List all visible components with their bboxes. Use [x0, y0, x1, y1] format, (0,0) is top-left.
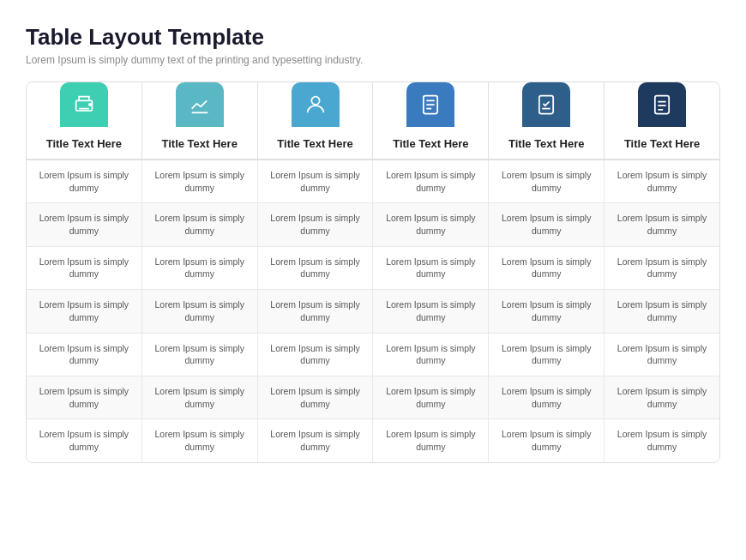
cell-r1-c0: Lorem Ipsum is simplydummy [27, 203, 141, 246]
icon-bubble-5 [522, 82, 570, 127]
cell-r2-c0: Lorem Ipsum is simplydummy [27, 246, 141, 289]
col-title-4: Title Text Here [373, 127, 489, 160]
icon-cell-5 [489, 82, 605, 127]
cell-r5-c2: Lorem Ipsum is simplydummy [257, 376, 373, 418]
cell-r6-c1: Lorem Ipsum is simplydummy [141, 419, 257, 462]
document-icon [418, 93, 442, 117]
cell-r0-c1: Lorem Ipsum is simplydummy [141, 160, 257, 203]
list-icon [650, 93, 674, 117]
icon-cell-4 [373, 82, 489, 127]
svg-point-1 [89, 104, 91, 105]
cell-r2-c1: Lorem Ipsum is simplydummy [141, 246, 257, 289]
cell-r1-c5: Lorem Ipsum is simplydummy [605, 203, 719, 246]
icon-row [27, 82, 719, 127]
cell-r1-c3: Lorem Ipsum is simplydummy [373, 203, 489, 246]
cell-r6-c5: Lorem Ipsum is simplydummy [605, 419, 719, 462]
cell-r5-c1: Lorem Ipsum is simplydummy [141, 376, 257, 418]
page-subtitle: Lorem Ipsum is simply dummy text of the … [26, 54, 720, 66]
table-row: Lorem Ipsum is simplydummyLorem Ipsum is… [27, 376, 719, 418]
cell-r4-c5: Lorem Ipsum is simplydummy [605, 333, 719, 376]
cell-r3-c1: Lorem Ipsum is simplydummy [141, 290, 257, 333]
icon-bubble-2 [176, 82, 224, 127]
table-row: Lorem Ipsum is simplydummyLorem Ipsum is… [27, 246, 719, 289]
svg-point-3 [311, 97, 319, 105]
cell-r0-c0: Lorem Ipsum is simplydummy [27, 160, 141, 203]
cell-r0-c5: Lorem Ipsum is simplydummy [605, 160, 719, 203]
col-title-2: Title Text Here [141, 127, 257, 160]
icon-cell-3 [257, 82, 373, 127]
cell-r6-c2: Lorem Ipsum is simplydummy [257, 419, 373, 462]
table-row: Lorem Ipsum is simplydummyLorem Ipsum is… [27, 333, 719, 376]
cell-r0-c3: Lorem Ipsum is simplydummy [373, 160, 489, 203]
cell-r3-c0: Lorem Ipsum is simplydummy [27, 290, 141, 333]
printer-icon [72, 93, 96, 117]
cell-r4-c4: Lorem Ipsum is simplydummy [489, 333, 605, 376]
title-row: Title Text Here Title Text Here Title Te… [27, 127, 719, 160]
person-icon [304, 93, 328, 117]
col-title-3: Title Text Here [257, 127, 373, 160]
cell-r1-c1: Lorem Ipsum is simplydummy [141, 203, 257, 246]
checklist-icon [534, 93, 558, 117]
icon-cell-6 [605, 82, 719, 127]
cell-r4-c3: Lorem Ipsum is simplydummy [373, 333, 489, 376]
icon-bubble-1 [60, 82, 108, 127]
cell-r5-c5: Lorem Ipsum is simplydummy [605, 376, 719, 418]
chart-icon [188, 93, 212, 117]
cell-r4-c1: Lorem Ipsum is simplydummy [141, 333, 257, 376]
col-title-6: Title Text Here [605, 127, 719, 160]
cell-r3-c3: Lorem Ipsum is simplydummy [373, 290, 489, 333]
cell-r6-c3: Lorem Ipsum is simplydummy [373, 419, 489, 462]
cell-r2-c5: Lorem Ipsum is simplydummy [605, 246, 719, 289]
cell-r5-c0: Lorem Ipsum is simplydummy [27, 376, 141, 418]
cell-r5-c4: Lorem Ipsum is simplydummy [489, 376, 605, 418]
cell-r3-c2: Lorem Ipsum is simplydummy [257, 290, 373, 333]
icon-bubble-4 [406, 82, 454, 127]
slide: Table Layout Template Lorem Ipsum is sim… [0, 0, 746, 560]
cell-r6-c4: Lorem Ipsum is simplydummy [489, 419, 605, 462]
col-title-1: Title Text Here [27, 127, 141, 160]
cell-r3-c4: Lorem Ipsum is simplydummy [489, 290, 605, 333]
table-row: Lorem Ipsum is simplydummyLorem Ipsum is… [27, 290, 719, 333]
cell-r1-c4: Lorem Ipsum is simplydummy [489, 203, 605, 246]
cell-r0-c2: Lorem Ipsum is simplydummy [257, 160, 373, 203]
cell-r4-c2: Lorem Ipsum is simplydummy [257, 333, 373, 376]
table-row: Lorem Ipsum is simplydummyLorem Ipsum is… [27, 419, 719, 462]
table-row: Lorem Ipsum is simplydummyLorem Ipsum is… [27, 160, 719, 203]
table-row: Lorem Ipsum is simplydummyLorem Ipsum is… [27, 203, 719, 246]
cell-r4-c0: Lorem Ipsum is simplydummy [27, 333, 141, 376]
cell-r1-c2: Lorem Ipsum is simplydummy [257, 203, 373, 246]
cell-r5-c3: Lorem Ipsum is simplydummy [373, 376, 489, 418]
icon-cell-2 [141, 82, 257, 127]
main-table: Title Text Here Title Text Here Title Te… [27, 82, 719, 462]
icon-cell-1 [27, 82, 141, 127]
icon-bubble-6 [638, 82, 686, 127]
cell-r6-c0: Lorem Ipsum is simplydummy [27, 419, 141, 462]
cell-r2-c4: Lorem Ipsum is simplydummy [489, 246, 605, 289]
table-wrapper: Title Text Here Title Text Here Title Te… [26, 81, 720, 463]
col-title-5: Title Text Here [489, 127, 605, 160]
svg-rect-10 [655, 96, 669, 114]
cell-r0-c4: Lorem Ipsum is simplydummy [489, 160, 605, 203]
cell-r2-c2: Lorem Ipsum is simplydummy [257, 246, 373, 289]
cell-r2-c3: Lorem Ipsum is simplydummy [373, 246, 489, 289]
cell-r3-c5: Lorem Ipsum is simplydummy [605, 290, 719, 333]
page-title: Table Layout Template [26, 24, 720, 51]
icon-bubble-3 [292, 82, 340, 127]
